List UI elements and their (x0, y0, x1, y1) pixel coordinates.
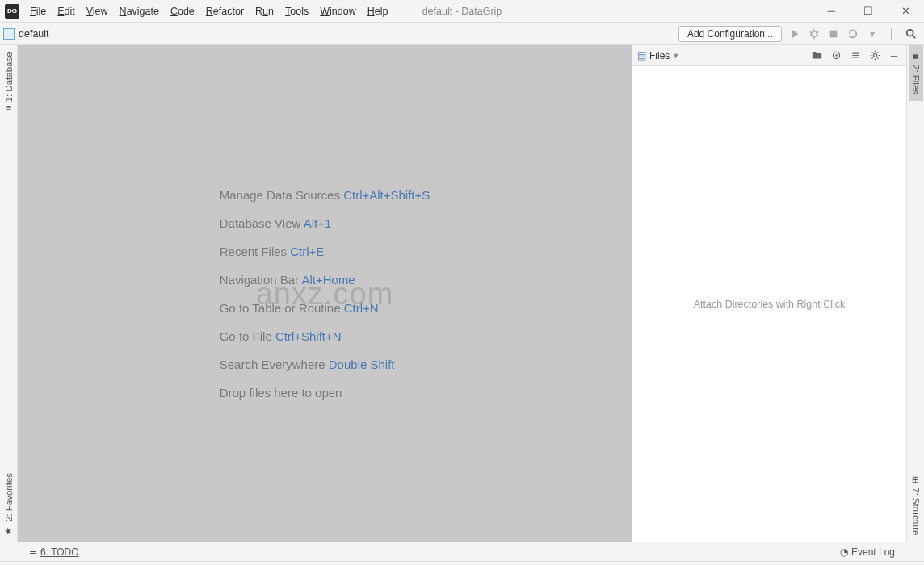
tip-label: Manage Data Sources (220, 188, 340, 202)
tip-shortcut: Ctrl+E (290, 245, 324, 258)
menu-window[interactable]: Window (314, 2, 361, 20)
tip-row: Recent Files Ctrl+E (220, 245, 430, 258)
add-configuration-button[interactable]: Add Configuration... (678, 26, 782, 42)
tip-label: Database View (220, 216, 301, 230)
open-folder-icon[interactable] (809, 48, 824, 63)
titlebar: DG File Edit View Navigate Code Refactor… (0, 0, 924, 23)
window-controls: ─ ☐ ✕ (813, 0, 924, 22)
tip-label: Go to File (220, 329, 272, 343)
files-panel-header: ▤ Files ▼ ─ (632, 45, 906, 66)
sidebar-tab-favorites[interactable]: ★ 2: Favorites (1, 467, 16, 542)
sidebar-tab-label: 2: Favorites (4, 473, 14, 521)
tip-label: Navigation Bar (220, 273, 299, 287)
project-name[interactable]: default (19, 28, 49, 40)
tip-label: Search Everywhere (220, 358, 326, 371)
dropdown-icon[interactable]: ▾ (863, 25, 881, 43)
gear-icon[interactable] (867, 48, 882, 63)
window-title: default - DataGrip (422, 6, 502, 17)
tip-label: Go to Table or Routine (220, 301, 341, 315)
svg-rect-1 (830, 30, 838, 37)
folder-icon: ▤ (637, 50, 646, 61)
files-panel-title[interactable]: Files (649, 50, 670, 61)
folder-tab-icon: ■ (911, 52, 921, 61)
sidebar-tab-files[interactable]: ■ 2: Files (909, 45, 923, 101)
minimize-panel-icon[interactable]: ─ (887, 48, 901, 63)
list-icon: ≣ (29, 546, 37, 558)
search-icon[interactable] (902, 25, 920, 43)
panel-tools: ─ (809, 48, 901, 63)
tip-label: Recent Files (220, 245, 287, 258)
tip-shortcut: Ctrl+Alt+Shift+S (343, 188, 430, 202)
stop-icon[interactable] (825, 25, 842, 43)
event-log-tab[interactable]: ◔ Event Log (835, 545, 900, 559)
tip-row: Go to File Ctrl+Shift+N (220, 329, 430, 343)
tip-shortcut: Alt+Home (301, 273, 355, 287)
sidebar-tab-label: 2: Files (911, 65, 921, 94)
tip-shortcut: Alt+1 (304, 216, 332, 230)
menu-navigate[interactable]: Navigate (114, 2, 165, 20)
menu-refactor[interactable]: Refactor (200, 2, 250, 20)
sidebar-tab-label: 1: Database (4, 52, 14, 102)
menu-help[interactable]: Help (362, 2, 394, 20)
editor-area[interactable]: anxz.com Manage Data Sources Ctrl+Alt+Sh… (18, 45, 632, 542)
sidebar-tab-label: 7: Structure (911, 488, 921, 535)
maximize-button[interactable]: ☐ (850, 0, 887, 22)
menu-code[interactable]: Code (165, 2, 200, 20)
event-log-label: Event Log (851, 546, 895, 558)
tip-row: Drop files here to open (220, 386, 430, 400)
tip-row: Navigation Bar Alt+Home (220, 273, 430, 287)
menu-run[interactable]: Run (250, 2, 279, 20)
menu-view[interactable]: View (81, 2, 114, 20)
app-icon: DG (5, 4, 19, 19)
collapse-icon[interactable] (848, 48, 863, 63)
run-icon[interactable] (786, 25, 804, 43)
files-panel-body[interactable]: Attach Directories with Right Click (632, 66, 906, 542)
speech-icon: ◔ (840, 546, 848, 558)
svg-point-4 (835, 54, 837, 56)
menu-file[interactable]: File (24, 2, 52, 20)
svg-point-5 (873, 53, 876, 56)
menu-edit[interactable]: Edit (52, 2, 81, 20)
tip-row: Search Everywhere Double Shift (220, 358, 430, 371)
statusbar (0, 561, 924, 565)
left-gutter: ≡ 1: Database ★ 2: Favorites (0, 45, 18, 542)
minimize-button[interactable]: ─ (813, 0, 850, 22)
dropdown-arrow-icon[interactable]: ▼ (672, 52, 679, 60)
tip-shortcut: Double Shift (329, 358, 395, 371)
tip-shortcut: Ctrl+N (344, 301, 379, 315)
separator-icon: │ (883, 25, 901, 43)
target-icon[interactable] (829, 48, 843, 63)
menubar: File Edit View Navigate Code Refactor Ru… (24, 2, 393, 20)
editor-tips: Manage Data Sources Ctrl+Alt+Shift+S Dat… (220, 174, 430, 414)
tip-row: Manage Data Sources Ctrl+Alt+Shift+S (220, 188, 430, 202)
database-icon (3, 28, 15, 40)
tip-shortcut: Ctrl+Shift+N (275, 329, 342, 343)
svg-point-2 (907, 29, 914, 36)
svg-point-0 (812, 31, 817, 36)
sidebar-tab-structure[interactable]: ⊞ 7: Structure (908, 471, 923, 542)
star-icon: ★ (3, 525, 14, 535)
sidebar-tab-database[interactable]: ≡ 1: Database (2, 45, 16, 116)
todo-tab[interactable]: ≣ 6: TODO (24, 545, 84, 559)
tip-label: Drop files here to open (220, 386, 342, 400)
files-panel: ▤ Files ▼ ─ Attach Directories with Righ… (632, 45, 906, 542)
right-gutter: ■ 2: Files ⊞ 7: Structure (906, 45, 924, 542)
todo-label: 6: TODO (40, 546, 79, 558)
database-tab-icon: ≡ (6, 103, 10, 112)
close-button[interactable]: ✕ (887, 0, 924, 22)
debug-icon[interactable] (805, 25, 823, 43)
bottombar: ≣ 6: TODO ◔ Event Log (0, 542, 924, 561)
menu-tools[interactable]: Tools (279, 2, 314, 20)
toolbar: default Add Configuration... ▾ │ (0, 23, 924, 45)
update-icon[interactable] (844, 25, 862, 43)
tip-row: Go to Table or Routine Ctrl+N (220, 301, 430, 315)
tip-row: Database View Alt+1 (220, 216, 430, 230)
main-area: ≡ 1: Database ★ 2: Favorites anxz.com Ma… (0, 45, 924, 542)
structure-tab-icon: ⊞ (912, 475, 919, 486)
